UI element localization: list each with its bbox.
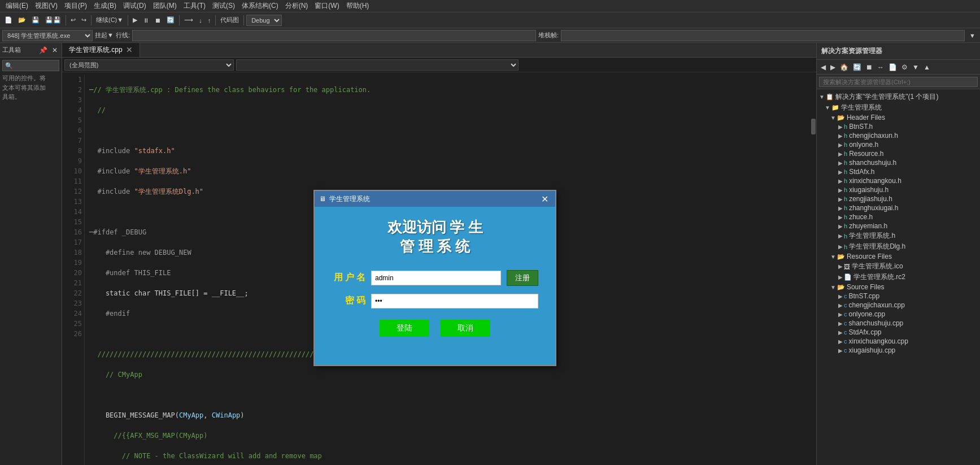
- save-btn[interactable]: 💾: [29, 15, 42, 25]
- dialog-buttons: 登陆 取消: [380, 320, 490, 337]
- se-refresh-btn[interactable]: 🔄: [851, 62, 863, 72]
- password-input[interactable]: [371, 294, 538, 308]
- se-filter-btn[interactable]: ▼: [911, 62, 921, 72]
- file-appdlg-h[interactable]: ▶ h 学生管理系统Dlg.h: [817, 241, 980, 252]
- login-button[interactable]: 登陆: [380, 320, 429, 337]
- menu-debug[interactable]: 调试(D): [120, 1, 150, 11]
- line-input[interactable]: [132, 30, 536, 41]
- codemap-btn[interactable]: 代码图: [218, 15, 241, 25]
- source-files-expand[interactable]: ▼: [830, 284, 836, 290]
- solution-root[interactable]: ▼ 📋 解决方案"学生管理系统"(1 个项目): [817, 92, 980, 102]
- menu-edit[interactable]: 编辑(E): [2, 1, 32, 11]
- step-into-btn[interactable]: ↓: [197, 16, 204, 25]
- file-xinxichuangkouh[interactable]: ▶ h xinxichuangkou.h: [817, 176, 980, 185]
- solution-expand[interactable]: ▼: [819, 94, 825, 100]
- se-props-btn[interactable]: ⚙: [900, 62, 909, 72]
- h-file-icon: h: [844, 244, 847, 250]
- file-ico[interactable]: ▶ 🖼 学生管理系统.ico: [817, 261, 980, 272]
- scope-dropdown[interactable]: (全局范围): [64, 59, 234, 71]
- menu-tools[interactable]: 工具(T): [180, 1, 209, 11]
- continue-btn[interactable]: 继续(C)▼: [94, 15, 125, 25]
- save-all-btn[interactable]: 💾💾: [43, 15, 63, 25]
- h-file-icon: h: [844, 132, 847, 139]
- se-sync-btn[interactable]: ↔: [876, 62, 886, 72]
- stack-down-btn[interactable]: ▼: [967, 31, 978, 40]
- step-over-btn[interactable]: ⟶: [182, 15, 195, 25]
- pause-btn[interactable]: ⏸: [141, 16, 151, 25]
- file-zhanghuxiugaih[interactable]: ▶ h zhanghuxiugai.h: [817, 203, 980, 212]
- h-file-icon: h: [844, 195, 847, 202]
- file-zhuyemianh[interactable]: ▶ h zhuyemian.h: [817, 221, 980, 231]
- toolbox-pin-btn[interactable]: 📌: [37, 45, 49, 55]
- toolbox-close-btn[interactable]: ✕: [50, 45, 59, 55]
- restart-btn[interactable]: 🔄: [164, 15, 177, 25]
- file-xiugaicpp[interactable]: ▶ c xiugaishuju.cpp: [817, 346, 980, 355]
- project-expand[interactable]: ▼: [825, 105, 830, 111]
- file-shanchucpp[interactable]: ▶ c shanchushuju.cpp: [817, 319, 980, 328]
- file-btncpp[interactable]: ▶ c BtnST.cpp: [817, 292, 980, 301]
- stack-input[interactable]: [561, 30, 965, 41]
- se-home-btn[interactable]: 🏠: [838, 62, 850, 72]
- menu-team[interactable]: 团队(M): [150, 1, 180, 11]
- file-app-h[interactable]: ▶ h 学生管理系统.h: [817, 231, 980, 241]
- file-zengjiashujuh[interactable]: ▶ h zengjiashuju.h: [817, 194, 980, 203]
- member-dropdown[interactable]: [236, 59, 519, 71]
- file-xinxicpp[interactable]: ▶ c xinxichuangkou.cpp: [817, 337, 980, 346]
- file-stdafxcpp[interactable]: ▶ c StdAfx.cpp: [817, 328, 980, 337]
- menu-view[interactable]: 视图(V): [32, 1, 61, 11]
- step-out-btn[interactable]: ↑: [206, 16, 214, 25]
- resource-files-folder[interactable]: ▼ 📂 Resource Files: [817, 252, 980, 261]
- project-root[interactable]: ▼ 📁 学生管理系统: [817, 102, 980, 113]
- solution-search-input[interactable]: [819, 77, 978, 87]
- se-stop-btn[interactable]: ⏹: [864, 62, 874, 72]
- file-onlyonecpp[interactable]: ▶ c onlyone.cpp: [817, 310, 980, 319]
- file-zhuceh[interactable]: ▶ h zhuce.h: [817, 212, 980, 221]
- menu-analyze[interactable]: 分析(N): [282, 1, 312, 11]
- se-new-btn[interactable]: 📄: [887, 62, 899, 72]
- menu-project[interactable]: 项目(P): [61, 1, 90, 11]
- open-btn[interactable]: 📂: [16, 15, 28, 25]
- menu-test[interactable]: 测试(S): [209, 1, 238, 11]
- undo-btn[interactable]: ↩: [68, 15, 78, 25]
- se-back-btn[interactable]: ◀: [819, 62, 827, 72]
- h-file-icon: h: [844, 159, 847, 166]
- login-dialog[interactable]: 🖥 学生管理系统 ✕ 欢迎访问 学 生 管 理 系 统 用 户 名 注册: [313, 190, 556, 366]
- file-rc2[interactable]: ▶ 📄 学生管理系统.rc2: [817, 272, 980, 283]
- stop-btn[interactable]: ⏹: [153, 16, 163, 25]
- toolbox-search[interactable]: [2, 60, 59, 71]
- start-btn[interactable]: ▶: [130, 15, 140, 25]
- file-shanchushujuh[interactable]: ▶ h shanchushuju.h: [817, 158, 980, 167]
- exe-dropdown[interactable]: 848] 学生管理系统.exe: [2, 30, 93, 41]
- file-btntsh[interactable]: ▶ h BtnST.h: [817, 122, 980, 131]
- new-btn[interactable]: 📄: [2, 15, 15, 25]
- header-files-folder[interactable]: ▼ 📂 Header Files: [817, 113, 980, 122]
- debug-config-dropdown[interactable]: Debug: [246, 15, 282, 26]
- source-files-folder[interactable]: ▼ 📂 Source Files: [817, 283, 980, 292]
- redo-btn[interactable]: ↪: [79, 15, 89, 25]
- file-expand: ▶: [838, 196, 843, 202]
- file-onlyoneh[interactable]: ▶ h onlyone.h: [817, 140, 980, 149]
- editor-scrollbar[interactable]: [809, 75, 816, 465]
- menu-window[interactable]: 窗口(W): [311, 1, 342, 11]
- username-input[interactable]: [371, 271, 501, 285]
- resource-files-expand[interactable]: ▼: [830, 254, 836, 260]
- file-chengjicpp[interactable]: ▶ c chengjichaxun.cpp: [817, 301, 980, 310]
- dialog-close-btn[interactable]: ✕: [539, 194, 551, 205]
- tab-cpp-close[interactable]: ✕: [126, 45, 133, 54]
- se-max-btn[interactable]: ▲: [922, 62, 932, 72]
- file-stdafxh[interactable]: ▶ h StdAfx.h: [817, 167, 980, 176]
- debug-bar: 848] 学生管理系统.exe 挂起▼ 行线: 堆栈帧: ▼: [0, 28, 980, 43]
- cancel-button[interactable]: 取消: [441, 320, 490, 337]
- file-xiugaishujuh[interactable]: ▶ h xiugaishuju.h: [817, 185, 980, 194]
- file-resourceh[interactable]: ▶ h Resource.h: [817, 149, 980, 158]
- file-chengjichaxunh[interactable]: ▶ h chengjichaxun.h: [817, 131, 980, 140]
- se-forward-btn[interactable]: ▶: [829, 62, 837, 72]
- menu-help[interactable]: 帮助(H): [343, 1, 373, 11]
- menu-arch[interactable]: 体系结构(C): [238, 1, 282, 11]
- file-expand: ▶: [838, 302, 843, 308]
- register-button[interactable]: 注册: [507, 270, 538, 286]
- menu-build[interactable]: 生成(B): [90, 1, 120, 11]
- tab-cpp[interactable]: 学生管理系统.cpp ✕: [62, 43, 140, 57]
- header-files-expand[interactable]: ▼: [830, 115, 836, 121]
- file-label: zhuyemian.h: [849, 222, 887, 230]
